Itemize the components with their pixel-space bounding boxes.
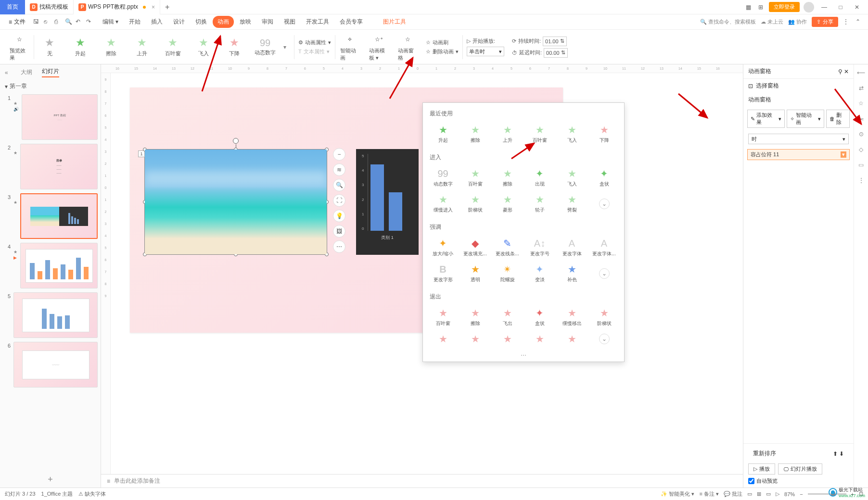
zoom-icon[interactable]: 🔍 (333, 179, 345, 191)
menu-insert[interactable]: 插入 (146, 16, 167, 28)
share-button[interactable]: ⇪ 分享 (812, 17, 838, 27)
close-icon[interactable]: × (152, 4, 155, 11)
exit-blinds[interactable]: ★百叶窗 (427, 306, 459, 329)
strip-more-icon[interactable]: ⊙ (857, 130, 866, 138)
effect-fontstyle[interactable]: A更改字体... (588, 236, 620, 259)
menu-view[interactable]: 视图 (279, 16, 300, 28)
menu-animation[interactable]: 动画 (213, 16, 234, 28)
effect-blinds[interactable]: ★百叶窗 (523, 123, 556, 146)
effect-split[interactable]: ★劈裂 (556, 192, 588, 215)
thumbnail-5[interactable] (13, 292, 98, 338)
close-button[interactable]: ✕ (851, 4, 863, 11)
chapter-heading[interactable]: ▾ 第一章 (0, 80, 101, 92)
expand-more-icon[interactable]: ⌄ (599, 199, 610, 209)
slide-canvas[interactable]: 1 − (130, 88, 563, 333)
animation-list-item[interactable]: 容占位符 11▾ (747, 149, 850, 160)
view-reading-icon[interactable]: ▭ (766, 491, 771, 497)
effect-fontsize[interactable]: A↕更改字号 (523, 236, 556, 259)
effect-flyin[interactable]: ★飞入 (556, 123, 588, 146)
save-icon[interactable]: 🖫 (33, 18, 41, 26)
thumbnail-3[interactable] (20, 193, 98, 239)
effect-ascend[interactable]: ★上升 (491, 123, 523, 146)
tab-document[interactable]: P WPS PPT教程.pptx × (74, 0, 160, 14)
effect-box[interactable]: ✦盒状 (588, 166, 620, 189)
effect-slowenter[interactable]: ★缓慢进入 (427, 192, 459, 215)
effect-rise[interactable]: ★升起 (427, 123, 459, 146)
smart-animation-button[interactable]: ✧智能动画 (335, 33, 364, 62)
menu-start[interactable]: 开始 (124, 16, 145, 28)
select-pane-link[interactable]: ⊡ 选择窗格 (743, 79, 854, 93)
text-properties[interactable]: T 文本属性 ▾ (298, 48, 331, 55)
anim-flyin[interactable]: ★飞入 (191, 37, 216, 57)
delete-animation[interactable]: ☆ 删除动画 ▾ (426, 48, 459, 55)
menu-dev[interactable]: 开发工具 (301, 16, 334, 28)
cloud-status[interactable]: ☁ 未上云 (761, 18, 783, 25)
expand-more-icon[interactable]: ⌄ (599, 268, 610, 279)
exit-slowout[interactable]: ★缓慢移出 (556, 306, 588, 329)
effect-stairs[interactable]: ★阶梯状 (459, 192, 491, 215)
thumbnail-2[interactable]: 目录—————— (20, 144, 98, 189)
anim-none[interactable]: ★无 (37, 37, 62, 57)
effect-fill[interactable]: ◆更改填充... (459, 236, 491, 259)
menu-design[interactable]: 设计 (168, 16, 190, 28)
trigger-select[interactable]: 时▾ (748, 134, 849, 144)
effect-wheel[interactable]: ★轮子 (523, 192, 556, 215)
exit-wipe[interactable]: ★擦除 (459, 306, 491, 329)
thumbnail-4[interactable] (20, 243, 98, 288)
view-sorter-icon[interactable]: ⊞ (757, 491, 761, 497)
rotate-handle[interactable] (233, 138, 239, 144)
move-down-icon[interactable]: ⬇ (839, 450, 844, 457)
undo-icon[interactable]: ↶ (76, 18, 83, 26)
more-tool-icon[interactable]: ⋯ (333, 240, 345, 253)
gallery-dropdown-button[interactable]: ▾ (283, 44, 291, 50)
effect-transparent[interactable]: ★透明 (459, 262, 491, 285)
apps-icon[interactable]: ⊞ (756, 3, 765, 12)
exit-flyout[interactable]: ★飞出 (491, 306, 523, 329)
exit-box[interactable]: ✦盒状 (523, 306, 556, 329)
close-pane-icon[interactable]: ✕ (844, 68, 849, 75)
slideshow-button[interactable]: 🖵 幻灯片播放 (778, 463, 822, 475)
tab-templates[interactable]: D 找稿壳模板 (25, 0, 74, 14)
anim-properties[interactable]: ⚙ 动画属性 ▾ (298, 39, 331, 46)
slides-tab[interactable]: 幻灯片 (42, 67, 59, 77)
new-slide-button[interactable]: + (0, 472, 101, 488)
view-slideshow-icon[interactable]: ▷ (776, 491, 779, 497)
notes-bar[interactable]: ≡ 单击此处添加备注 (101, 474, 743, 488)
anim-ascend[interactable]: ★上升 (129, 37, 154, 57)
context-tab-picture[interactable]: 图片工具 (378, 16, 411, 28)
chart-object[interactable]: 543210 类别 1 (356, 149, 419, 255)
animation-painter[interactable]: ☆ 动画刷 (426, 39, 459, 46)
layers-icon[interactable]: ≋ (333, 163, 345, 176)
effect-blinds2[interactable]: ★百叶窗 (459, 166, 491, 189)
auto-preview-checkbox[interactable]: 自动预览 (748, 477, 849, 485)
item-menu-icon[interactable]: ▾ (841, 151, 846, 158)
pin-icon[interactable]: ⚲ (838, 68, 842, 75)
export-icon[interactable]: ⎋ (44, 18, 51, 26)
home-tab[interactable]: 首页 (0, 0, 25, 14)
anim-descend[interactable]: ★下降 (222, 37, 247, 57)
animation-template-button[interactable]: ☆⁺动画模板 ▾ (364, 33, 393, 62)
layout-icon[interactable]: ▦ (744, 3, 753, 12)
search-command[interactable]: 🔍 查找命令、搜索模板 (700, 18, 756, 25)
more-icon[interactable]: ⋮ (843, 18, 851, 26)
thumbnail-6[interactable]: 〰〰〰 (13, 342, 98, 388)
strip-link-icon[interactable]: ⫘ (857, 114, 866, 123)
expand-more-icon[interactable]: ⌄ (599, 334, 610, 344)
play-button[interactable]: ▷ 播放 (748, 463, 775, 475)
animation-gallery[interactable]: ★无 ★升起 ★擦除 ★上升 ★百叶窗 ★飞入 ★下降 99动态数字 ▾ (34, 37, 294, 57)
outline-tab[interactable]: 大纲 (21, 68, 32, 76)
menu-review[interactable]: 审阅 (257, 16, 278, 28)
preview-effect-button[interactable]: ☆ 预览效果 (5, 33, 34, 62)
duration-spinner[interactable]: 01.00⇅ (543, 37, 567, 46)
effect-spin[interactable]: ✴陀螺旋 (491, 262, 523, 285)
anim-numbers[interactable]: 99动态数字 (253, 38, 278, 56)
strip-settings-icon[interactable]: ⟵ (857, 68, 866, 77)
menu-slideshow[interactable]: 放映 (235, 16, 256, 28)
maximize-button[interactable]: □ (834, 4, 847, 11)
file-menu[interactable]: ≡ 文件 (5, 18, 29, 26)
effect-fade[interactable]: ✦变淡 (523, 262, 556, 285)
effect-numbers[interactable]: 99动态数字 (427, 166, 459, 189)
delay-spinner[interactable]: 00.00⇅ (544, 48, 568, 58)
preview-icon[interactable]: 🔍 (65, 18, 73, 26)
effect-descend[interactable]: ★下降 (588, 123, 620, 146)
